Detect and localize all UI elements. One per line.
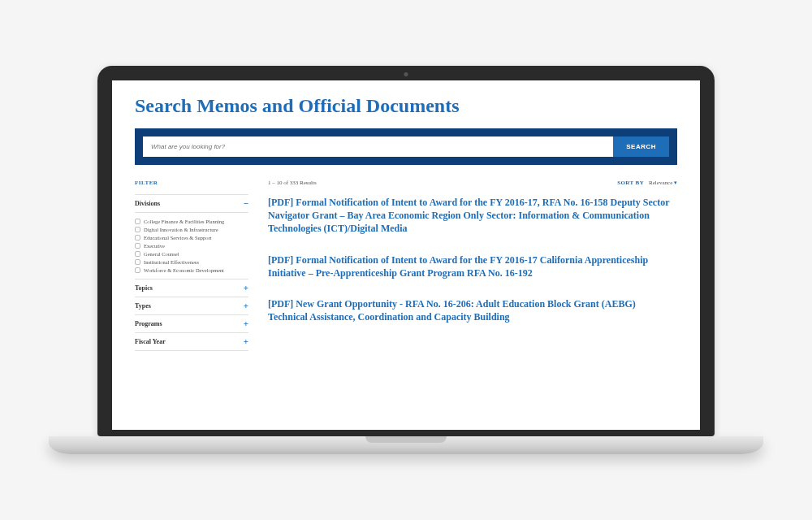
filter-option[interactable]: College Finance & Facilities Planning (135, 217, 248, 225)
filter-group-label: Programs (135, 320, 162, 327)
filter-option[interactable]: General Counsel (135, 249, 248, 258)
result-link[interactable]: [PDF] New Grant Opportunity - RFA No. 16… (268, 298, 636, 323)
content-row: FILTER Divisions − College Finance & Fac… (135, 180, 677, 351)
checkbox-icon (135, 227, 140, 232)
filter-option-label: Institutional Effectiveness (144, 259, 199, 265)
filter-group-header-programs[interactable]: Programs + (135, 315, 248, 333)
result-item: [PDF] Formal Notification of Intent to A… (268, 196, 677, 236)
search-bar: SEARCH (135, 128, 677, 165)
filter-group-header-types[interactable]: Types + (135, 297, 248, 315)
filter-option-label: Digital Innovation & Infrastructure (144, 227, 218, 232)
laptop-camera (404, 72, 408, 76)
result-item: [PDF] New Grant Opportunity - RFA No. 16… (268, 297, 677, 323)
filter-option[interactable]: Workforce & Economic Development (135, 266, 248, 274)
sort-by-label: SORT BY (617, 180, 644, 186)
filter-group-label: Fiscal Year (135, 338, 166, 345)
laptop-base (49, 436, 763, 454)
laptop-screen: Search Memos and Official Documents SEAR… (112, 80, 700, 430)
chevron-down-icon: ▾ (674, 180, 677, 186)
filter-option[interactable]: Institutional Effectiveness (135, 258, 248, 266)
plus-icon: + (244, 337, 248, 346)
filter-option-label: General Counsel (144, 251, 179, 257)
search-button[interactable]: SEARCH (613, 136, 669, 157)
results-count: 1 – 10 of 333 Results (268, 180, 317, 186)
plus-icon: + (244, 284, 248, 292)
checkbox-icon (135, 219, 140, 224)
checkbox-icon (135, 235, 140, 240)
minus-icon: − (244, 199, 248, 208)
sort-by-select[interactable]: Relevance ▾ (649, 180, 677, 186)
result-link[interactable]: [PDF] Formal Notification of Intent to A… (268, 254, 648, 279)
filter-group-label: Topics (135, 284, 153, 292)
sort-by-value: Relevance (649, 180, 672, 186)
sort-by: SORT BY Relevance ▾ (617, 180, 677, 186)
result-item: [PDF] Formal Notification of Intent to A… (268, 254, 677, 280)
laptop-bezel: Search Memos and Official Documents SEAR… (97, 66, 715, 436)
page-title: Search Memos and Official Documents (135, 95, 677, 117)
plus-icon: + (244, 319, 248, 328)
checkbox-icon (135, 251, 140, 257)
results-column: 1 – 10 of 333 Results SORT BY Relevance … (268, 180, 677, 351)
filter-option-label: Workforce & Economic Development (144, 267, 224, 273)
filter-option-label: College Finance & Facilities Planning (144, 219, 224, 224)
filter-group-header-fiscal-year[interactable]: Fiscal Year + (135, 333, 248, 351)
filter-group-label: Divisions (135, 200, 160, 207)
search-input[interactable] (143, 136, 613, 157)
filter-group-divisions: Divisions − College Finance & Facilities… (135, 194, 248, 280)
filter-group-header-topics[interactable]: Topics + (135, 280, 248, 297)
filter-sidebar: FILTER Divisions − College Finance & Fac… (135, 180, 248, 351)
plus-icon: + (244, 301, 248, 310)
result-link[interactable]: [PDF] Formal Notification of Intent to A… (268, 197, 669, 234)
filter-group-label: Types (135, 302, 151, 310)
filter-options-divisions: College Finance & Facilities Planning Di… (135, 213, 248, 280)
checkbox-icon (135, 267, 140, 273)
results-header: 1 – 10 of 333 Results SORT BY Relevance … (268, 180, 677, 186)
filter-heading: FILTER (135, 180, 248, 186)
checkbox-icon (135, 243, 140, 249)
filter-option[interactable]: Educational Services & Support (135, 233, 248, 241)
filter-option-label: Educational Services & Support (144, 235, 212, 240)
checkbox-icon (135, 259, 140, 265)
filter-option[interactable]: Executive (135, 241, 248, 249)
laptop-mockup: Search Memos and Official Documents SEAR… (97, 66, 715, 454)
page-content: Search Memos and Official Documents SEAR… (112, 80, 700, 351)
laptop-notch (365, 436, 447, 443)
filter-option[interactable]: Digital Innovation & Infrastructure (135, 225, 248, 233)
filter-option-label: Executive (144, 243, 165, 249)
filter-group-header-divisions[interactable]: Divisions − (135, 195, 248, 213)
